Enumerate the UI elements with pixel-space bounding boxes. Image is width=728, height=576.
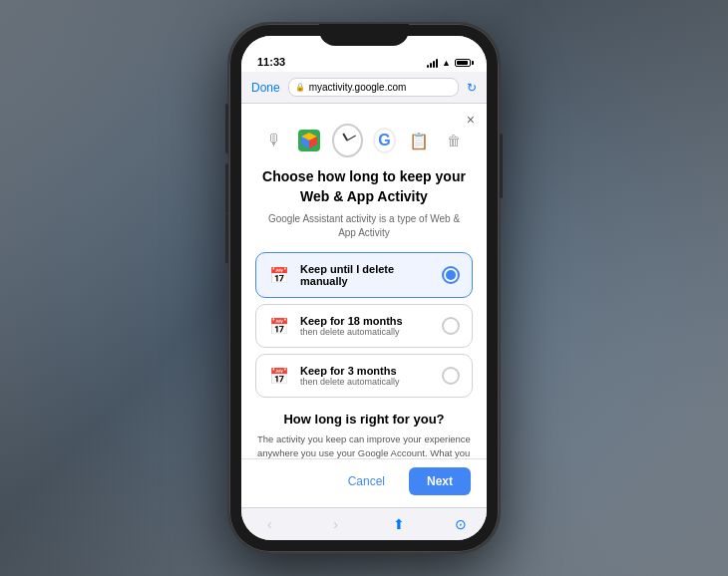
product-icons-row: 🎙 G 📋 🗑: [241, 104, 487, 167]
radio-inner-1: [446, 270, 456, 280]
browser-done-button[interactable]: Done: [251, 81, 280, 95]
calendar-icon-1: 📅: [268, 264, 290, 286]
phone-device: 11:33 ▲ Done 🔒 myactivity.google.com: [229, 24, 499, 552]
next-button[interactable]: Next: [409, 467, 471, 495]
dialog-title: Choose how long to keep your Web & App A…: [261, 167, 467, 206]
phone-screen: 11:33 ▲ Done 🔒 myactivity.google.com: [241, 36, 487, 540]
option-keep-manually[interactable]: 📅 Keep until I delete manually: [255, 252, 473, 298]
status-icons: ▲: [427, 58, 471, 68]
option-subtitle-2: then delete automatically: [300, 327, 432, 337]
calendar-icon-3: 📅: [268, 365, 290, 387]
bookmark-button[interactable]: ⊙: [455, 516, 467, 532]
info-body-text: The activity you keep can improve your e…: [257, 432, 471, 458]
option-title-2: Keep for 18 months: [300, 315, 432, 327]
browser-toolbar: Done 🔒 myactivity.google.com ↻: [241, 72, 487, 104]
close-button[interactable]: ×: [467, 112, 475, 128]
info-section: How long is right for you? The activity …: [241, 398, 487, 458]
share-button[interactable]: ⬆: [393, 516, 405, 532]
radio-3[interactable]: [442, 367, 460, 385]
dialog-footer: Cancel Next: [241, 458, 487, 507]
microphone-icon: 🎙: [261, 127, 286, 154]
browser-navigation: ‹ › ⬆ ⊙: [241, 507, 487, 540]
signal-icon: [427, 58, 438, 68]
option-text-3: Keep for 3 months then delete automatica…: [300, 365, 432, 387]
info-heading: How long is right for you?: [257, 412, 471, 427]
browser-url-bar[interactable]: 🔒 myactivity.google.com: [288, 78, 459, 97]
trash-icon: 🗑: [442, 127, 467, 154]
lock-icon: 🔒: [295, 83, 305, 92]
heading-section: Choose how long to keep your Web & App A…: [241, 167, 487, 252]
checklist-icon: 📋: [406, 127, 431, 154]
cancel-button[interactable]: Cancel: [334, 467, 399, 495]
battery-icon: [455, 59, 471, 67]
radio-2[interactable]: [442, 317, 460, 335]
forward-button[interactable]: ›: [327, 514, 344, 534]
options-list: 📅 Keep until I delete manually 📅 Keep fo…: [241, 252, 487, 398]
browser-url-text: myactivity.google.com: [309, 82, 407, 93]
clock-icon: [332, 124, 363, 157]
option-title-3: Keep for 3 months: [300, 365, 432, 377]
option-title-1: Keep until I delete manually: [300, 263, 432, 287]
calendar-icon-2: 📅: [268, 315, 290, 337]
option-keep-3months[interactable]: 📅 Keep for 3 months then delete automati…: [255, 354, 473, 398]
option-keep-18months[interactable]: 📅 Keep for 18 months then delete automat…: [255, 304, 473, 348]
maps-icon: [296, 127, 321, 154]
option-text-2: Keep for 18 months then delete automatic…: [300, 315, 432, 337]
back-button[interactable]: ‹: [261, 514, 278, 534]
page-content: × 🎙 G 📋: [241, 104, 487, 458]
wifi-icon: ▲: [442, 58, 451, 68]
radio-1[interactable]: [442, 266, 460, 284]
option-text-1: Keep until I delete manually: [300, 263, 432, 287]
status-time: 11:33: [257, 56, 285, 68]
google-icon: G: [373, 128, 397, 153]
phone-notch: [319, 24, 409, 46]
option-subtitle-3: then delete automatically: [300, 377, 432, 387]
reload-icon[interactable]: ↻: [467, 81, 477, 95]
dialog-subtitle: Google Assistant activity is a type of W…: [261, 212, 467, 240]
